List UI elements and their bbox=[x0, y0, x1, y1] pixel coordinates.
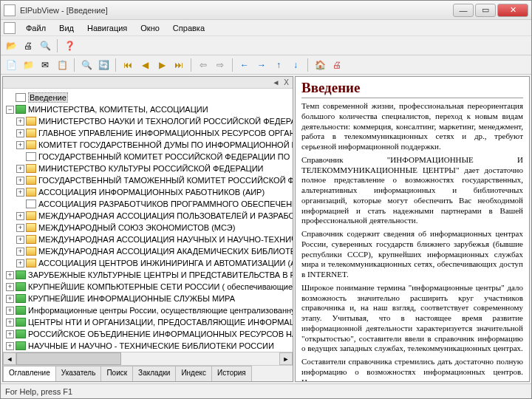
minimize-button[interactable]: — bbox=[453, 4, 474, 17]
back-icon[interactable]: ⇦ bbox=[196, 58, 211, 72]
tree-node[interactable]: ГОСУДАРСТВЕННЫЙ КОМИТЕТ РОССИЙСКОЙ ФЕДЕР… bbox=[4, 151, 291, 163]
tab-idx[interactable]: Индекс bbox=[175, 366, 212, 381]
find-icon[interactable]: 🔍 bbox=[79, 58, 94, 72]
folder-icon bbox=[26, 223, 36, 232]
tree-node[interactable]: +МЕЖДУНАРОДНАЯ АССОЦИАЦИЯ НАУЧНЫХ И НАУЧ… bbox=[4, 233, 291, 245]
expand-icon[interactable]: + bbox=[16, 117, 24, 126]
tree-view[interactable]: Введение−МИНИСТЕРСТВА, КОМИТЕТЫ, АССОЦИА… bbox=[3, 89, 293, 352]
folder-icon bbox=[26, 259, 36, 267]
leftpane-close-icon[interactable]: X bbox=[282, 78, 291, 86]
expand-icon[interactable]: + bbox=[16, 177, 24, 185]
folder-icon[interactable]: 📁 bbox=[21, 58, 35, 72]
arrow-right-icon[interactable]: → bbox=[254, 58, 269, 72]
home-icon[interactable]: 🏠 bbox=[313, 58, 327, 72]
nav-next-icon[interactable]: ▶ bbox=[154, 58, 169, 72]
doc-para: Составители справочника стремились дать … bbox=[301, 357, 523, 382]
expand-icon[interactable]: + bbox=[16, 224, 24, 232]
arrow-down-icon[interactable]: ↓ bbox=[288, 58, 303, 72]
tree-node[interactable]: +МИНИСТЕРСТВО КУЛЬТУРЫ РОССИЙСКОЙ ФЕДЕРА… bbox=[4, 163, 291, 174]
tree-node[interactable]: Введение bbox=[4, 92, 291, 103]
recent-icon[interactable]: 📋 bbox=[55, 58, 69, 72]
mail-icon[interactable]: ✉ bbox=[38, 58, 52, 72]
refresh-icon[interactable]: 🔄 bbox=[96, 58, 111, 72]
tab-index[interactable]: Указатель bbox=[55, 366, 102, 381]
print2-icon[interactable]: 🖨 bbox=[330, 58, 344, 72]
toolbar-2: 📄 📁 ✉ 📋 🔍 🔄 ⏮ ◀ ▶ ⏭ ⇦ ⇨ ← → ↑ ↓ 🏠 🖨 bbox=[1, 55, 531, 75]
expand-icon[interactable]: + bbox=[6, 318, 14, 327]
nav-prev-icon[interactable]: ◀ bbox=[137, 58, 152, 72]
tree-node[interactable]: +ЦЕНТРЫ НТИ И ОРГАНИЗАЦИИ, ПРЕДОСТАВЛЯЮЩ… bbox=[4, 316, 291, 328]
expand-icon[interactable]: + bbox=[6, 283, 14, 291]
expand-icon[interactable]: + bbox=[16, 129, 24, 137]
expand-icon[interactable]: + bbox=[6, 342, 14, 350]
arrow-up-icon[interactable]: ↑ bbox=[271, 58, 286, 72]
menu-window[interactable]: Окно bbox=[134, 22, 166, 34]
close-button[interactable]: ✕ bbox=[497, 4, 528, 17]
tree-hscroll[interactable]: ◄ ► bbox=[3, 352, 293, 365]
tree-node[interactable]: +МЕЖДУНАРОДНЫЙ СОЮЗ ЭКОНОМИСТОВ (МСЭ) bbox=[4, 222, 291, 233]
tree-node[interactable]: +МЕЖДУНАРОДНАЯ АССОЦИАЦИЯ ПОЛЬЗОВАТЕЛЕЙ … bbox=[4, 210, 291, 222]
book-icon bbox=[16, 105, 26, 114]
expand-icon[interactable]: + bbox=[6, 295, 14, 303]
tree-node[interactable]: +РОССИЙСКОЕ ОБЪЕДИНЕНИЕ ИНФОРМАЦИОННЫХ Р… bbox=[4, 328, 291, 340]
nav-first-icon[interactable]: ⏮ bbox=[120, 58, 135, 72]
menu-nav[interactable]: Навигация bbox=[81, 22, 133, 34]
tree-node[interactable]: +МИНИСТЕРСТВО НАУКИ И ТЕХНОЛОГИЙ РОССИЙС… bbox=[4, 115, 291, 127]
tab-bookmarks[interactable]: Закладки bbox=[132, 366, 176, 381]
scroll-right-icon[interactable]: ► bbox=[279, 352, 293, 365]
expand-icon[interactable]: + bbox=[16, 165, 24, 173]
tree-node[interactable]: +НАУЧНЫЕ И НАУЧНО - ТЕХНИЧЕСКИЕ БИБЛИОТЕ… bbox=[4, 340, 291, 352]
tree-node[interactable]: +КРУПНЕЙШИЕ КОМПЬЮТЕРНЫЕ СЕТИ РОССИИ ( о… bbox=[4, 281, 291, 293]
preview-icon[interactable]: 🔍 bbox=[38, 38, 52, 53]
print-icon[interactable]: 🖨 bbox=[21, 38, 35, 53]
folder-icon bbox=[26, 247, 36, 256]
tree-node[interactable]: +КОМИТЕТ ГОСУДАРСТВЕННОЙ ДУМЫ ПО ИНФОРМА… bbox=[4, 139, 291, 151]
tree-node[interactable]: АССОЦИАЦИЯ РАЗРАБОТЧИКОВ ПРОГРАММНОГО ОБ… bbox=[4, 198, 291, 210]
tree-node[interactable]: +ГЛАВНОЕ УПРАВЛЕНИЕ ИНФОРМАЦИОННЫХ РЕСУР… bbox=[4, 127, 291, 139]
leftpane-collapse-icon[interactable]: ◄ bbox=[270, 78, 282, 86]
tab-search[interactable]: Поиск bbox=[100, 366, 133, 381]
expand-icon[interactable]: + bbox=[16, 236, 24, 244]
book-icon bbox=[16, 318, 26, 327]
scroll-track[interactable] bbox=[16, 352, 279, 365]
document-view[interactable]: Введение Темп современной жизни, професс… bbox=[295, 76, 530, 382]
expand-icon[interactable]: − bbox=[6, 106, 14, 114]
tree-node[interactable]: +Информационные центры России, осуществл… bbox=[4, 304, 291, 316]
maximize-button[interactable]: ▭ bbox=[475, 4, 496, 17]
scroll-thumb[interactable] bbox=[16, 352, 121, 365]
tree-node[interactable]: +МЕЖДУНАРОДНАЯ АССОЦИАЦИЯ АКАДЕМИЧЕСКИХ … bbox=[4, 245, 291, 257]
help-icon[interactable]: ❓ bbox=[62, 38, 77, 53]
fwd-icon[interactable]: ⇨ bbox=[213, 58, 228, 72]
menu-view[interactable]: Вид bbox=[53, 22, 80, 34]
mdi-doc-icon[interactable] bbox=[4, 22, 16, 34]
expand-icon[interactable]: + bbox=[16, 212, 24, 220]
book-icon bbox=[16, 270, 26, 279]
tree-node[interactable]: +АССОЦИАЦИЯ ЦЕНТРОВ ИНЖИНИРИНГА И АВТОМА… bbox=[4, 257, 291, 269]
expand-icon[interactable]: + bbox=[6, 307, 14, 315]
folder-icon bbox=[26, 129, 36, 137]
expand-icon[interactable]: + bbox=[16, 141, 24, 149]
expand-icon[interactable]: + bbox=[16, 259, 24, 267]
tree-node[interactable]: +ГОСУДАРСТВЕННЫЙ ТАМОЖЕННЫЙ КОМИТЕТ РОСС… bbox=[4, 174, 291, 186]
arrow-left-icon[interactable]: ← bbox=[237, 58, 252, 72]
tab-history[interactable]: История bbox=[211, 366, 252, 381]
tree-node[interactable]: +КРУПНЕЙШИЕ ИНФОРМАЦИОННЫЕ СЛУЖБЫ МИРА bbox=[4, 293, 291, 304]
tree-node[interactable]: −МИНИСТЕРСТВА, КОМИТЕТЫ, АССОЦИАЦИИ bbox=[4, 103, 291, 115]
expand-icon[interactable]: + bbox=[6, 271, 14, 279]
tree-node[interactable]: +АССОЦИАЦИЯ ИНФОРМАЦИОННЫХ РАБОТНИКОВ (А… bbox=[4, 186, 291, 198]
doc-para: Справочник содержит сведения об информац… bbox=[301, 229, 523, 280]
expand-icon[interactable]: + bbox=[16, 188, 24, 197]
menu-help[interactable]: Справка bbox=[167, 22, 211, 34]
nav-last-icon[interactable]: ⏭ bbox=[171, 58, 186, 72]
tab-contents[interactable]: Оглавление bbox=[3, 366, 56, 381]
doc-para: Широкое понимание термина "информационны… bbox=[301, 283, 523, 354]
open-icon[interactable]: 📂 bbox=[4, 38, 18, 53]
tree-label: АССОЦИАЦИЯ ИНФОРМАЦИОННЫХ РАБОТНИКОВ (АИ… bbox=[38, 188, 265, 197]
new-icon[interactable]: 📄 bbox=[4, 58, 18, 72]
bottom-tabs: Оглавление Указатель Поиск Закладки Инде… bbox=[3, 365, 293, 381]
tree-node[interactable]: +ЗАРУБЕЖНЫЕ КУЛЬТУРНЫЕ ЦЕНТРЫ И ПРЕДСТАВ… bbox=[4, 269, 291, 281]
scroll-left-icon[interactable]: ◄ bbox=[3, 352, 16, 365]
expand-icon[interactable]: + bbox=[6, 330, 14, 338]
menu-file[interactable]: Файл bbox=[20, 22, 52, 34]
expand-icon[interactable]: + bbox=[16, 248, 24, 256]
